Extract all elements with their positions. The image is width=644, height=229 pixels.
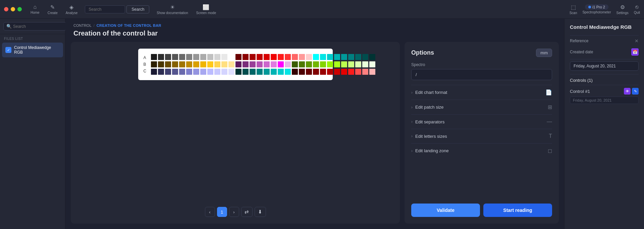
toolbar-screen-mode[interactable]: ⬜ Screen mode (193, 3, 219, 16)
option-edit-chart-format[interactable]: › Edit chart format 📄 (411, 85, 552, 100)
color-swatch (320, 69, 326, 75)
color-swatch (250, 61, 256, 67)
color-swatch (165, 54, 171, 60)
options-buttons: Validate Start reading (411, 198, 552, 217)
close-button[interactable] (4, 7, 8, 11)
chevron-right-icon-5: › (411, 149, 413, 153)
option-edit-patch-size[interactable]: › Edit patch size ⊞ (411, 100, 552, 114)
color-swatch (278, 54, 284, 60)
color-swatch (235, 61, 241, 67)
color-swatch (172, 69, 178, 75)
color-swatch (193, 69, 199, 75)
color-swatch (341, 61, 347, 67)
reference-section-header: Reference ✕ (570, 35, 639, 46)
color-swatch (214, 69, 220, 75)
toolbar-right: ⬚ Scan i1 Pro 2 Spectrophotometer ⚙ Sett… (570, 4, 640, 15)
quit-icon: ⎋ (635, 4, 639, 10)
sidebar-item-control-mediawedge-rgb[interactable]: ✓ Control Mediawedge RGB (2, 43, 63, 57)
color-swatch (165, 69, 171, 75)
settings-group[interactable]: ⚙ Settings (616, 4, 629, 15)
control-item-date: Friday, August 20, 2021 (570, 97, 639, 104)
sidebar-search-icon: 🔍 (6, 24, 12, 29)
color-swatch (257, 61, 263, 67)
color-swatch (228, 54, 234, 60)
options-title: Options (411, 49, 434, 56)
unit-badge[interactable]: mm (536, 49, 552, 57)
download-button[interactable]: ⬇ (255, 207, 266, 217)
color-swatch (221, 69, 227, 75)
color-swatch (200, 61, 206, 67)
color-swatch (285, 54, 291, 60)
spectro-input[interactable] (411, 69, 552, 80)
color-swatch (313, 69, 319, 75)
color-swatch (235, 54, 241, 60)
option-row-left-2: › Edit patch size (411, 105, 444, 110)
reference-close-icon[interactable]: ✕ (635, 38, 639, 44)
pagination: ‹ 1 › ⇄ ⬇ (205, 207, 266, 217)
toolbar-search-input[interactable] (85, 5, 125, 13)
landing-zone-icon: ◻ (548, 148, 552, 154)
color-row-1 (151, 61, 375, 67)
color-swatch (151, 69, 157, 75)
toolbar-create[interactable]: ✎ Create (44, 3, 61, 16)
control-edit-icon[interactable]: ✎ (632, 88, 639, 95)
color-swatch (299, 61, 305, 67)
chevron-right-icon: › (411, 90, 413, 95)
created-date-label: Created date (570, 50, 593, 54)
quit-group[interactable]: ⎋ Quit (634, 4, 640, 14)
color-swatch (292, 54, 298, 60)
spectro-dot (588, 6, 591, 8)
color-swatch (278, 69, 284, 75)
color-swatch (235, 69, 241, 75)
option-edit-landing-zone[interactable]: › Edit landing zone ◻ (411, 143, 552, 158)
content-area: A B C ‹ 1 › ⇄ ⬇ Options mm (65, 42, 564, 229)
current-page-button[interactable]: 1 (217, 207, 227, 217)
sidebar-search-input[interactable] (13, 24, 63, 29)
scan-group[interactable]: ⬚ Scan (570, 4, 577, 15)
breadcrumb-parent[interactable]: CONTROL (73, 23, 92, 27)
control-eye-icon[interactable]: 👁 (624, 88, 631, 95)
color-swatch (306, 69, 312, 75)
breadcrumb-separator: / (94, 23, 95, 27)
color-swatch (348, 54, 354, 60)
preview-panel: A B C ‹ 1 › ⇄ ⬇ (71, 42, 400, 224)
rotate-button[interactable]: ⇄ (241, 207, 253, 217)
sidebar-search-wrapper[interactable]: 🔍 (3, 22, 66, 31)
quit-label: Quit (634, 11, 640, 14)
option-edit-separators[interactable]: › Edit separators — (411, 114, 552, 129)
color-swatch (341, 69, 347, 75)
color-swatch (355, 61, 361, 67)
next-page-button[interactable]: › (229, 207, 239, 217)
start-reading-button[interactable]: Start reading (483, 204, 552, 217)
toolbar-analyse[interactable]: ◈ Analyse (62, 3, 81, 16)
color-row-0 (151, 54, 375, 60)
color-swatch (186, 61, 192, 67)
color-swatch (327, 69, 333, 75)
minimize-button[interactable] (11, 7, 15, 11)
color-swatch (200, 54, 206, 60)
option-label-patch-size: Edit patch size (415, 105, 444, 110)
color-swatch (285, 61, 291, 67)
letters-sizes-icon: T (549, 133, 552, 139)
chart-format-icon: 📄 (545, 89, 552, 96)
docs-icon: ☀ (170, 4, 175, 10)
breadcrumb-current: CREATION OF THE CONTROL BAR (97, 23, 161, 27)
toolbar-show-docs[interactable]: ☀ Show documentation (153, 3, 191, 16)
color-swatch (313, 54, 319, 60)
prev-page-button[interactable]: ‹ (205, 207, 215, 217)
home-icon: ⌂ (34, 4, 37, 10)
spectro-group[interactable]: i1 Pro 2 Spectrophotometer (582, 4, 611, 14)
toolbar-nav: ⌂ Home ✎ Create ◈ Analyse Search ☀ Show … (27, 3, 570, 16)
color-swatch (369, 54, 375, 60)
controls-label: Controls (1) (570, 78, 593, 83)
toolbar-home[interactable]: ⌂ Home (27, 3, 43, 16)
maximize-button[interactable] (17, 7, 22, 11)
color-swatch (207, 69, 213, 75)
option-edit-letters-sizes[interactable]: › Edit letters sizes T (411, 129, 552, 143)
toolbar-search-button[interactable]: Search (126, 5, 149, 13)
validate-button[interactable]: Validate (411, 204, 480, 217)
row-label-c: C (144, 69, 147, 73)
color-swatch (193, 54, 199, 60)
color-swatch (158, 54, 164, 60)
color-swatch (158, 61, 164, 67)
